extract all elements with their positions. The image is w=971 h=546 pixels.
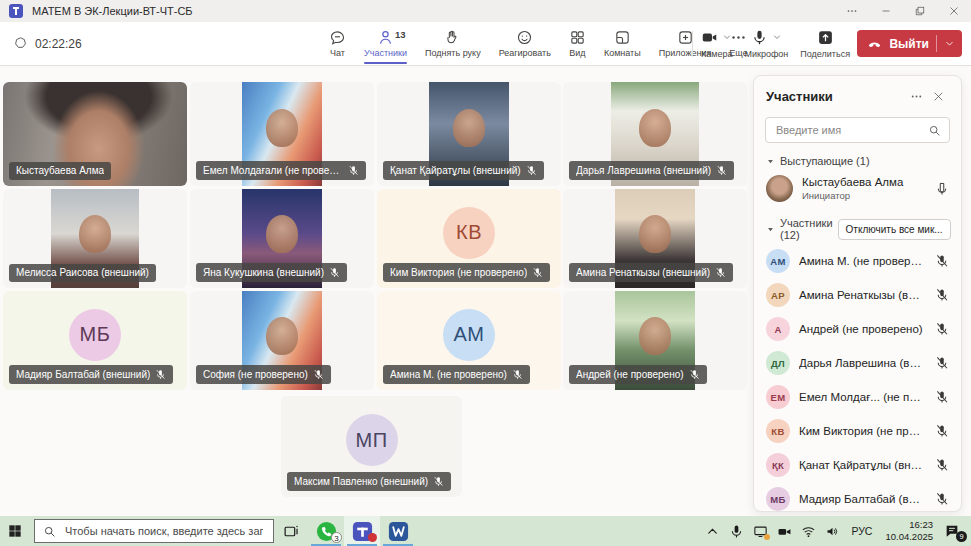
tab-react[interactable]: Реагировать: [490, 22, 560, 65]
chevron-down-icon[interactable]: [722, 32, 732, 42]
participant-name: Кыстаубаева Алма: [16, 166, 104, 176]
search-input[interactable]: [774, 123, 922, 137]
tray-microphone-icon[interactable]: [729, 524, 744, 539]
participant-name-label: Мадияр Балтабай (внешний): [9, 365, 173, 384]
tray-camera-icon[interactable]: [777, 524, 792, 539]
panel-close-button[interactable]: [927, 87, 949, 105]
teams-app-icon: [9, 4, 23, 18]
mute-all-button[interactable]: Отключить все мик...: [838, 219, 951, 240]
wifi-icon[interactable]: [801, 524, 816, 539]
chevron-down-icon[interactable]: [772, 32, 782, 42]
minimize-button[interactable]: [869, 0, 903, 22]
camera-button[interactable]: Камера: [697, 22, 736, 65]
mic-muted-icon: [313, 369, 324, 380]
speaker-name: Кыстаубаева Алма: [802, 175, 926, 189]
volume-icon[interactable]: [825, 524, 840, 539]
mic-muted-icon: [155, 369, 166, 380]
restore-button[interactable]: [903, 0, 937, 22]
participants-header-label: Участники (12): [780, 217, 833, 241]
tab-label: Вид: [569, 49, 585, 58]
video-tile[interactable]: Яна Кукушкина (внешний): [190, 189, 374, 288]
taskbar-app-word[interactable]: [380, 516, 416, 546]
taskbar-search[interactable]: [34, 519, 274, 543]
participant-name-label: Дарья Лаврешина (внешний): [569, 161, 734, 180]
video-tile[interactable]: Қанат Қайратұлы (внешний): [377, 82, 561, 186]
tray-display-icon[interactable]: [753, 524, 768, 539]
microphone-button[interactable]: Микрофон: [740, 22, 792, 65]
device-controls: Камера Микрофон Поделиться: [697, 22, 854, 65]
participant-row[interactable]: МБ Мадияр Балтабай (внешний): [754, 482, 961, 512]
camera-label: Камера: [701, 49, 732, 59]
participant-row[interactable]: КВ Ким Виктория (не проверено): [754, 414, 961, 448]
avatar-initials: АМ: [454, 323, 485, 346]
video-tile[interactable]: КВ Ким Виктория (не проверено): [377, 189, 561, 288]
mic-muted-icon: [329, 267, 340, 278]
tab-raise-hand[interactable]: Поднять руку: [416, 22, 490, 65]
tab-chat[interactable]: Чат: [320, 22, 355, 65]
video-tile[interactable]: Кыстаубаева Алма: [3, 82, 187, 186]
participant-row[interactable]: ДЛ Дарья Лаврешина (внешний): [754, 346, 961, 380]
clock-time: 16:23: [885, 519, 933, 531]
speakers-section-header[interactable]: Выступающие (1): [754, 147, 961, 170]
mic-muted-icon[interactable]: [935, 254, 949, 268]
mic-muted-icon[interactable]: [935, 492, 949, 506]
start-button[interactable]: [0, 516, 30, 546]
participant-name-label: Кыстаубаева Алма: [9, 162, 111, 180]
participant-search[interactable]: [765, 117, 950, 143]
participant-row[interactable]: ҚК Қанат Қайратұлы (внешний): [754, 448, 961, 482]
participant-row[interactable]: АМ Амина М. (не проверено): [754, 244, 961, 278]
participant-name-label: Яна Кукушкина (внешний): [196, 263, 347, 282]
action-center-button[interactable]: 9: [944, 523, 964, 539]
video-tile[interactable]: Емел Молдағали (не проверено): [190, 82, 374, 186]
mic-muted-icon[interactable]: [935, 458, 949, 472]
video-tile[interactable]: МП Максим Павленко (внешний): [281, 396, 462, 497]
chevron-down-icon[interactable]: [944, 38, 955, 49]
video-tile[interactable]: София (не проверено): [190, 291, 374, 390]
video-tile[interactable]: Андрей (не проверено): [563, 291, 747, 390]
mic-muted-icon: [532, 267, 543, 278]
speakers-header-label: Выступающие (1): [780, 155, 870, 167]
participant-name-label: Андрей (не проверено): [569, 365, 707, 384]
tab-view[interactable]: Вид: [560, 22, 595, 65]
video-tile[interactable]: АМ Амина М. (не проверено): [377, 291, 561, 390]
mic-muted-icon[interactable]: [935, 322, 949, 336]
avatar: МБ: [766, 487, 790, 511]
participants-section-header[interactable]: Участники (12) Отключить все мик...: [754, 209, 961, 244]
video-tile[interactable]: Амина Ренаткызы (внешний): [563, 189, 747, 288]
video-tile[interactable]: Мелисса Раисова (внешний): [3, 189, 187, 288]
window-titlebar: МАТЕМ В ЭК-Лекции-ВТ-ЧТ-СБ: [0, 0, 971, 22]
breakout-rooms-icon: [614, 29, 631, 46]
taskbar-app-whatsapp[interactable]: 3: [308, 516, 344, 546]
taskbar-clock[interactable]: 16:23 10.04.2025: [883, 519, 935, 543]
collapse-triangle-icon[interactable]: [766, 225, 775, 234]
speaker-row[interactable]: Кыстаубаева Алма Инициатор: [754, 170, 961, 209]
microphone-icon: [751, 29, 768, 46]
video-tile[interactable]: МБ Мадияр Балтабай (внешний): [3, 291, 187, 390]
leave-label: Выйти: [889, 37, 929, 51]
collapse-triangle-icon[interactable]: [766, 157, 775, 166]
participant-row[interactable]: ЕМ Емел Молдағ... (не проверено): [754, 380, 961, 414]
panel-more-button[interactable]: [905, 87, 927, 105]
window-more-button[interactable]: [835, 0, 869, 22]
avatar: ҚК: [766, 453, 790, 477]
mic-muted-icon[interactable]: [935, 390, 949, 404]
mic-on-icon[interactable]: [935, 182, 949, 196]
mic-muted-icon[interactable]: [935, 288, 949, 302]
video-tile[interactable]: Дарья Лаврешина (внешний): [563, 82, 747, 186]
tray-expand-button[interactable]: [705, 524, 720, 539]
leave-button[interactable]: Выйти: [857, 30, 962, 57]
close-button[interactable]: [937, 0, 971, 22]
avatar: А: [766, 317, 790, 341]
language-indicator[interactable]: РУС: [849, 525, 874, 537]
tab-label: Реагировать: [499, 49, 551, 58]
share-button[interactable]: Поделиться: [796, 22, 854, 65]
tab-participants[interactable]: 13 Участники: [355, 22, 416, 65]
participant-row[interactable]: А Андрей (не проверено): [754, 312, 961, 346]
taskbar-search-input[interactable]: [63, 524, 265, 538]
task-view-button[interactable]: [274, 516, 308, 546]
mic-muted-icon[interactable]: [935, 356, 949, 370]
taskbar-app-teams[interactable]: [344, 516, 380, 546]
mic-muted-icon[interactable]: [935, 424, 949, 438]
tab-rooms[interactable]: Комнаты: [595, 22, 650, 65]
participant-row[interactable]: АР Амина Ренаткызы (внешний): [754, 278, 961, 312]
